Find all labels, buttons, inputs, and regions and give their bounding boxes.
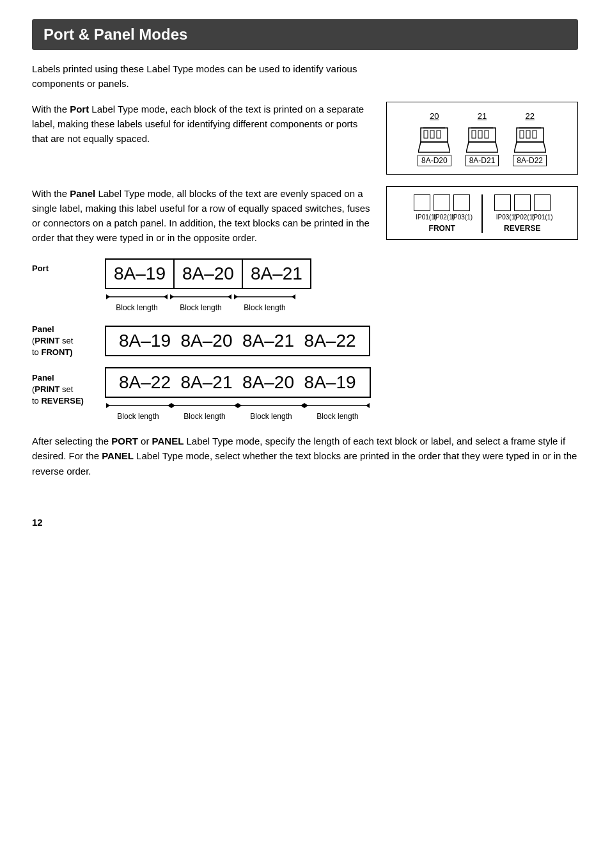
svg-rect-2 (424, 130, 428, 138)
panel-front-label-2: IP02(1) (434, 214, 450, 221)
svg-rect-10 (485, 130, 489, 138)
panel-reverse-labels-row: Block length Block length Block length B… (105, 412, 371, 421)
panel-divider (481, 194, 483, 233)
port-mode-diagram: 8A–19 8A–20 8A–21 (105, 258, 311, 312)
port-block-labels-row: Block length Block length Block length (105, 303, 311, 312)
port-arrow-3 (233, 291, 297, 303)
port-arrow-1 (105, 291, 169, 303)
panel-reverse-arrows (105, 400, 371, 411)
port-block-label-3: Block length (233, 303, 297, 312)
panel-diagram: IP01(1) IP02(1) IP03(1) FRONT (386, 186, 578, 240)
panel-rev-label-1: Block length (105, 412, 171, 421)
panel-front-mode-label: Panel(PRINT setto FRONT) (32, 324, 96, 359)
panel-reverse-label-1: IP03(1) (496, 214, 513, 221)
svg-rect-14 (526, 130, 530, 138)
mode-diagrams-section: Port 8A–19 8A–20 8A–21 (32, 258, 578, 422)
svg-rect-8 (472, 130, 476, 138)
svg-marker-23 (234, 294, 238, 299)
port-connector-svg-21 (466, 124, 498, 154)
port-number-22: 22 (525, 111, 534, 121)
svg-marker-24 (292, 294, 295, 299)
page-header: Port & Panel Modes (32, 19, 578, 50)
port-item-20: 20 8A-D20 (418, 111, 451, 166)
port-connector-svg-22 (514, 124, 546, 154)
svg-rect-9 (478, 130, 482, 138)
panel-front-box: 8A–19 8A–20 8A–21 8A–22 (105, 326, 370, 356)
svg-marker-28 (171, 403, 175, 408)
port-number-20: 20 (430, 111, 439, 121)
port-arrows-row (105, 291, 311, 303)
bottom-paragraph: After selecting the PORT or PANEL Label … (32, 434, 578, 478)
port-description: With the Port Label Type mode, each bloc… (32, 102, 371, 146)
svg-rect-4 (437, 130, 441, 138)
svg-marker-21 (228, 294, 231, 299)
panel-front-title: FRONT (429, 224, 455, 233)
svg-rect-3 (430, 130, 434, 138)
panel-rev-label-4: Block length (304, 412, 371, 421)
panel-rev-label-3: Block length (238, 412, 304, 421)
panel-front-mode-row: Panel(PRINT setto FRONT) 8A–19 8A–20 8A–… (32, 324, 578, 359)
svg-rect-15 (533, 130, 536, 138)
panel-reverse-mode-diagram: 8A–22 8A–21 8A–20 8A–19 (105, 367, 371, 421)
svg-marker-17 (106, 294, 110, 299)
intro-paragraph: Labels printed using these Label Type mo… (32, 61, 578, 91)
panel-reverse-arrow-svg (105, 400, 371, 411)
port-connector-svg-20 (418, 124, 450, 154)
panel-reverse-label-2: IP02(1) (514, 214, 531, 221)
panel-front-label-1: IP01(1) (416, 214, 432, 221)
arrow-svg-1 (105, 291, 169, 303)
port-item-22: 22 8A-D22 (513, 111, 547, 166)
port-item-21: 21 8A-D21 (465, 111, 499, 166)
port-mode-label: Port (32, 258, 96, 273)
svg-marker-32 (304, 403, 308, 408)
svg-marker-26 (106, 403, 110, 408)
panel-reverse-title: REVERSE (504, 224, 540, 233)
svg-marker-31 (234, 403, 238, 408)
panel-front-mode-diagram: 8A–19 8A–20 8A–21 8A–22 (105, 326, 370, 356)
arrow-svg-3 (233, 291, 297, 303)
svg-marker-29 (168, 403, 171, 408)
page-title: Port & Panel Modes (43, 26, 567, 43)
svg-marker-18 (164, 294, 168, 299)
port-block-label-2: Block length (169, 303, 233, 312)
port-arrow-2 (169, 291, 233, 303)
panel-rev-label-2: Block length (171, 412, 238, 421)
svg-marker-20 (170, 294, 174, 299)
port-label-21: 8A-D21 (465, 155, 499, 166)
panel-reverse-mode-row: Panel(PRINT setto REVERSE) 8A–22 8A–21 8… (32, 367, 578, 421)
port-box-3: 8A–21 (242, 258, 311, 289)
panel-front-label-3: IP03(1) (451, 214, 468, 221)
port-label-20: 8A-D20 (418, 155, 451, 166)
port-diagram: 20 8A-D20 (386, 102, 578, 175)
panel-reverse-box: 8A–22 8A–21 8A–20 8A–19 (105, 367, 371, 398)
port-number-21: 21 (478, 111, 487, 121)
page-number: 12 (32, 517, 578, 528)
svg-rect-13 (520, 130, 524, 138)
panel-reverse-section: IP03(1) IP02(1) IP01(1) REVERSE (494, 194, 551, 233)
panel-reverse-mode-label: Panel(PRINT setto REVERSE) (32, 367, 96, 407)
port-mode-row: Port 8A–19 8A–20 8A–21 (32, 258, 578, 312)
svg-marker-30 (238, 403, 242, 408)
arrow-svg-2 (169, 291, 233, 303)
port-block-label-1: Block length (105, 303, 169, 312)
panel-front-section: IP01(1) IP02(1) IP03(1) FRONT (414, 194, 470, 233)
port-box-1: 8A–19 (105, 258, 174, 289)
svg-marker-27 (366, 403, 370, 408)
panel-reverse-label-3: IP01(1) (532, 214, 549, 221)
port-label-22: 8A-D22 (513, 155, 547, 166)
port-boxes: 8A–19 8A–20 8A–21 (105, 258, 311, 289)
svg-marker-33 (301, 403, 304, 408)
panel-description: With the Panel Label Type mode, all bloc… (32, 186, 371, 246)
port-box-2: 8A–20 (174, 258, 242, 289)
